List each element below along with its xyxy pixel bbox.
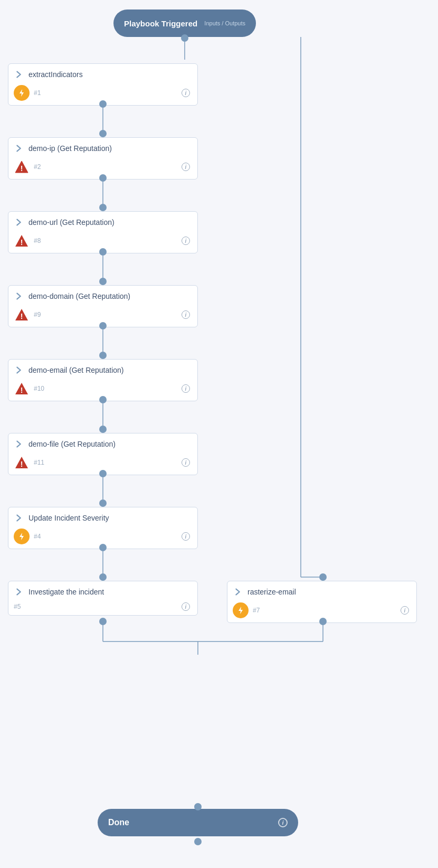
info-icon[interactable]: i	[182, 532, 190, 541]
connector	[99, 322, 107, 329]
connector	[99, 499, 107, 507]
done-info-icon[interactable]: i	[278, 818, 288, 827]
task-title: rasterize-email	[247, 588, 296, 596]
connector	[319, 573, 327, 581]
svg-text:!: !	[21, 238, 23, 247]
task-title: Investigate the incident	[28, 588, 104, 596]
task-title: demo-domain (Get Reputation)	[28, 292, 130, 300]
task-arrow-icon	[14, 291, 24, 301]
task-number: #5	[14, 603, 21, 610]
connector	[99, 278, 107, 285]
connector	[99, 204, 107, 211]
task-number: #9	[34, 311, 41, 318]
svg-text:!: !	[21, 460, 23, 468]
task-title: demo-url (Get Reputation)	[28, 218, 115, 227]
connector	[194, 838, 202, 845]
connector	[99, 396, 107, 403]
svg-marker-15	[20, 89, 24, 97]
info-icon[interactable]: i	[401, 606, 409, 615]
info-icon[interactable]: i	[182, 384, 190, 393]
task-number: #10	[34, 385, 44, 392]
task-demo-ip[interactable]: demo-ip (Get Reputation) ! #2 i	[8, 137, 198, 180]
task-number: #7	[253, 607, 260, 614]
task-arrow-icon	[233, 587, 243, 597]
connector	[319, 618, 327, 625]
task-title: Update Incident Severity	[28, 514, 109, 522]
task-demo-domain[interactable]: demo-domain (Get Reputation) ! #9 i	[8, 285, 198, 327]
done-node[interactable]: Done i	[98, 809, 298, 836]
task-arrow-icon	[14, 143, 24, 154]
task-demo-email[interactable]: demo-email (Get Reputation) ! #10 i	[8, 359, 198, 401]
info-icon[interactable]: i	[182, 237, 190, 245]
info-icon[interactable]: i	[182, 89, 190, 97]
trigger-node[interactable]: Playbook Triggered Inputs / Outputs	[113, 10, 256, 37]
info-icon[interactable]: i	[182, 163, 190, 171]
svg-text:!: !	[21, 386, 23, 394]
task-title: demo-file (Get Reputation)	[28, 440, 116, 448]
task-extract-indicators[interactable]: extractIndicators #1 i	[8, 63, 198, 106]
svg-text:!: !	[21, 312, 23, 320]
warning-icon: !	[14, 455, 30, 470]
task-number: #11	[34, 459, 44, 466]
svg-text:!: !	[21, 164, 23, 173]
task-investigate[interactable]: Investigate the incident #5 i	[8, 581, 198, 616]
task-title: demo-ip (Get Reputation)	[28, 144, 112, 153]
done-label: Done	[108, 818, 129, 827]
task-arrow-icon	[14, 439, 24, 449]
task-title: demo-email (Get Reputation)	[28, 366, 124, 374]
connector	[99, 426, 107, 433]
connector	[99, 470, 107, 477]
task-arrow-icon	[14, 69, 24, 80]
info-icon[interactable]: i	[182, 310, 190, 319]
lightning-icon	[14, 85, 30, 101]
connector	[99, 130, 107, 137]
task-number: #2	[34, 163, 41, 171]
io-label: Inputs / Outputs	[204, 20, 245, 26]
connector	[99, 174, 107, 182]
task-arrow-icon	[14, 587, 24, 597]
trigger-label: Playbook Triggered	[124, 19, 197, 28]
lightning-icon	[233, 602, 249, 618]
task-arrow-icon	[14, 365, 24, 375]
warning-icon: !	[14, 307, 30, 323]
task-demo-url[interactable]: demo-url (Get Reputation) ! #8 i	[8, 211, 198, 253]
connector	[99, 352, 107, 359]
info-icon[interactable]: i	[182, 458, 190, 467]
connector	[181, 34, 188, 42]
connector	[194, 803, 202, 810]
warning-icon: !	[14, 381, 30, 397]
info-icon[interactable]: i	[182, 602, 190, 611]
task-number: #4	[34, 533, 41, 540]
task-arrow-icon	[14, 513, 24, 523]
task-update-severity[interactable]: Update Incident Severity #4 i	[8, 507, 198, 549]
warning-icon: !	[14, 233, 30, 249]
task-title: extractIndicators	[28, 70, 83, 79]
task-arrow-icon	[14, 217, 24, 228]
task-number: #1	[34, 89, 41, 97]
lightning-icon	[14, 529, 30, 544]
connector	[99, 100, 107, 108]
task-rasterize[interactable]: rasterize-email #7 i	[227, 581, 417, 623]
connector	[99, 618, 107, 625]
svg-marker-27	[239, 607, 243, 614]
task-demo-file[interactable]: demo-file (Get Reputation) ! #11 i	[8, 433, 198, 475]
svg-marker-26	[20, 533, 24, 540]
task-number: #8	[34, 237, 41, 244]
connector	[99, 248, 107, 256]
connector	[99, 573, 107, 581]
warning-icon: !	[14, 159, 30, 175]
connector	[99, 544, 107, 551]
